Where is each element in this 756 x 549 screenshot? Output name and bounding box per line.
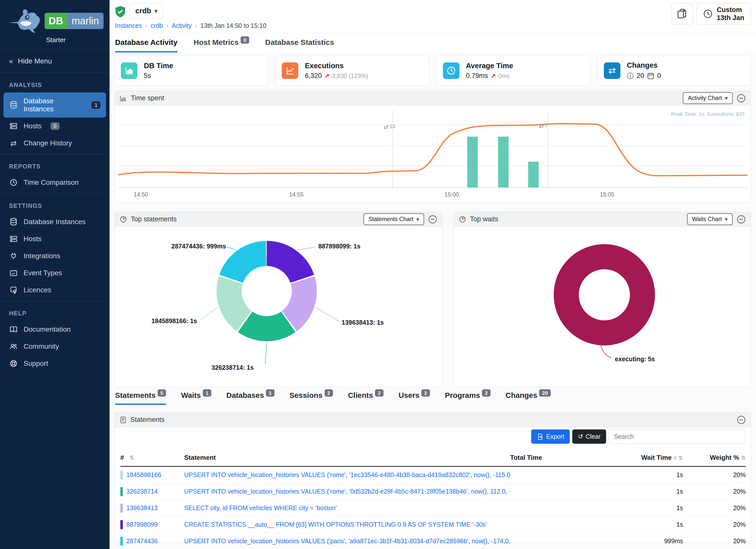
statements-donut-chart[interactable] xyxy=(217,241,317,341)
table-row: 1845898166 UPSERT INTO vehicle_location_… xyxy=(120,467,746,483)
top-waits-panel: Top waits Waits Chart ▾ executing: 5s xyxy=(454,212,751,387)
tab-database-activity[interactable]: Database Activity xyxy=(115,38,177,52)
change-annotation-1[interactable]: ⇄ 13 xyxy=(384,124,395,131)
header-total-time[interactable]: Total Time xyxy=(510,454,615,462)
collapse-panel-button[interactable] xyxy=(737,94,746,103)
executions-bar[interactable] xyxy=(528,162,539,188)
statement-color-chip xyxy=(120,487,123,496)
table-row: 326238714 UPSERT INTO vehicle_location_h… xyxy=(120,483,746,500)
detail-tabs: Statements5 Waits1 Databases1 Sessions2 … xyxy=(115,391,551,405)
sidebar-item-hosts[interactable]: Hosts 0 xyxy=(0,118,110,135)
breadcrumb-activity[interactable]: Activity xyxy=(172,22,192,29)
x-axis-ticks: 14:50 14:55 15:00 15:05 xyxy=(118,191,747,199)
search-input[interactable] xyxy=(609,429,745,444)
collapse-panel-button[interactable] xyxy=(737,415,746,424)
waits-badge: 1 xyxy=(203,389,211,397)
sidebar-item-support[interactable]: Support xyxy=(0,355,110,372)
clients-badge: 2 xyxy=(375,389,384,397)
health-shield-icon xyxy=(115,6,126,19)
trend-up-icon: ↗ xyxy=(324,72,330,79)
weight-value: 20% xyxy=(683,537,746,545)
sidebar-item-event-types[interactable]: Event Types xyxy=(0,264,110,282)
tab-users[interactable]: Users2 xyxy=(399,391,430,405)
tab-statements[interactable]: Statements5 xyxy=(115,391,166,405)
copy-link-button[interactable] xyxy=(671,3,693,25)
trend-up-icon: ↗ xyxy=(491,72,496,79)
header-wait-time[interactable]: Wait Time↑⇅ xyxy=(615,454,683,462)
collapse-panel-button[interactable] xyxy=(428,215,437,224)
chart-icon xyxy=(120,95,127,102)
sidebar-item-settings-hosts[interactable]: Hosts xyxy=(0,230,110,247)
logo-db-box: DB xyxy=(45,13,67,29)
tab-programs[interactable]: Programs2 xyxy=(445,391,491,405)
tab-host-metrics[interactable]: Host Metrics0 xyxy=(194,38,249,52)
executions-bar[interactable] xyxy=(498,137,509,188)
weight-value: 20% xyxy=(683,504,746,512)
statement-sql-link[interactable]: UPSERT INTO vehicle_location_histories V… xyxy=(184,488,510,495)
statement-sql-link[interactable]: CREATE STATISTICS __auto__ FROM [63] WIT… xyxy=(184,521,487,528)
info-icon: ⓘ xyxy=(627,71,634,80)
statement-id-link[interactable]: 887898099 xyxy=(126,521,158,528)
sidebar-item-database-instances[interactable]: Database Instances 1 xyxy=(4,93,106,118)
waits-chart-selector[interactable]: Waits Chart ▾ xyxy=(687,213,733,225)
tab-sessions[interactable]: Sessions2 xyxy=(290,391,333,405)
sidebar-item-time-comparison[interactable]: Time Comparison xyxy=(0,174,110,191)
section-title: HELP xyxy=(0,310,110,321)
instance-selector[interactable]: crdb ▾ xyxy=(130,3,163,19)
executions-bar[interactable] xyxy=(467,137,478,188)
statement-sql-link[interactable]: UPSERT INTO vehicle_location_histories V… xyxy=(184,471,510,478)
clock-icon xyxy=(9,178,18,187)
breadcrumb-instances[interactable]: Instances xyxy=(115,22,142,29)
activity-chart-plot[interactable]: ⇄ 13 ⇄ 7 xyxy=(118,109,747,188)
time-spent-panel: Time spent Activity Chart ▾ Peak Time: 2… xyxy=(115,91,751,203)
calendar-icon xyxy=(647,72,654,80)
header-num[interactable]: #⇅ xyxy=(120,454,184,462)
clear-button[interactable]: ↺ Clear xyxy=(572,429,606,444)
statement-sql-link[interactable]: UPSERT INTO vehicle_location_histories V… xyxy=(184,537,510,544)
panel-title: Top waits xyxy=(470,215,498,223)
statement-sql-link[interactable]: SELECT city, id FROM vehicles WHERE city… xyxy=(184,504,337,511)
statement-id-link[interactable]: 287474436 xyxy=(126,537,158,545)
statements-chart-selector[interactable]: Statements Chart ▾ xyxy=(363,213,424,225)
hide-menu-button[interactable]: « Hide Menu xyxy=(0,50,110,73)
range-date-label: 13th Jan xyxy=(717,14,744,22)
tab-waits[interactable]: Waits1 xyxy=(181,391,211,405)
breadcrumb-crdb[interactable]: crdb xyxy=(151,22,163,29)
sidebar-item-documentation[interactable]: Documentation xyxy=(0,321,110,338)
dbmarlin-app: DB marlin Starter « Hide Menu ANALYSIS D… xyxy=(0,0,756,549)
kpi-changes: ⇄ Changes ⓘ 20 0 xyxy=(598,56,751,86)
change-annotation-2[interactable]: ⇄ 7 xyxy=(539,123,548,130)
breadcrumb-separator: › xyxy=(195,23,197,29)
collapse-panel-button[interactable] xyxy=(737,215,746,224)
sidebar-item-settings-database-instances[interactable]: Database Instances xyxy=(0,213,110,230)
time-range-button[interactable]: Custom 13th Jan xyxy=(696,3,751,25)
weight-value: 20% xyxy=(683,471,746,479)
tab-changes[interactable]: Changes20 xyxy=(506,391,551,405)
database-icon xyxy=(9,218,18,226)
tab-databases[interactable]: Databases1 xyxy=(226,391,274,405)
tab-clients[interactable]: Clients2 xyxy=(348,391,384,405)
statement-id-link[interactable]: 1845898166 xyxy=(126,471,161,479)
statement-id-link[interactable]: 139638413 xyxy=(126,504,158,512)
statement-id-link[interactable]: 326238714 xyxy=(126,488,158,495)
changes-badge: 20 xyxy=(539,389,550,397)
breadcrumb: Instances › crdb › Activity › 13th Jan 1… xyxy=(115,22,266,29)
sidebar-item-community[interactable]: Community xyxy=(0,338,110,355)
waits-donut-chart[interactable] xyxy=(554,244,655,345)
header-statement[interactable]: Statement xyxy=(184,454,510,462)
x-tick: 15:00 xyxy=(444,191,459,198)
export-button[interactable]: Export xyxy=(531,429,570,444)
change-history-icon: ⇄ xyxy=(9,139,18,147)
sort-asc-icon: ↑ xyxy=(674,455,677,461)
sidebar-item-licences[interactable]: Licences xyxy=(0,282,110,299)
section-title: SETTINGS xyxy=(0,202,110,213)
clock-icon xyxy=(443,62,459,79)
wait-time-value: 1s xyxy=(615,471,683,479)
sidebar-item-integrations[interactable]: Integrations xyxy=(0,247,110,264)
tab-database-statistics[interactable]: Database Statistics xyxy=(265,38,334,52)
sidebar-section-settings: SETTINGS Database Instances Hosts Integr… xyxy=(0,194,110,301)
header-weight[interactable]: Weight %⇅ xyxy=(683,454,746,462)
host-metrics-badge: 0 xyxy=(241,36,249,44)
sidebar-item-change-history[interactable]: ⇄ Change History xyxy=(0,135,110,152)
activity-chart-selector[interactable]: Activity Chart ▾ xyxy=(683,92,733,104)
